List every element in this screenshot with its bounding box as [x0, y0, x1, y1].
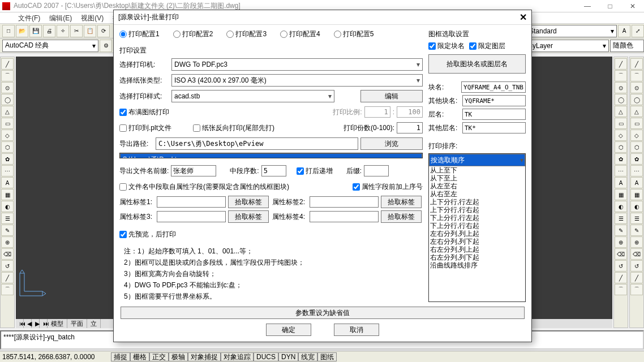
tool-icon[interactable]: ▦: [1, 189, 14, 200]
picktag-button[interactable]: 拾取标签: [381, 210, 422, 223]
tool-icon[interactable]: A: [618, 25, 630, 37]
status-toggle[interactable]: 线宽: [298, 352, 317, 361]
tool-icon[interactable]: ⬡: [1, 141, 14, 153]
tool-icon[interactable]: ⋯: [1, 165, 14, 176]
tool-icon[interactable]: ◇: [1, 130, 14, 141]
suffix-input[interactable]: [364, 165, 389, 176]
config-radio[interactable]: 打印配置2: [173, 29, 213, 39]
status-toggle[interactable]: 对象追踪: [221, 352, 254, 361]
tag-input-4[interactable]: [310, 211, 379, 222]
list-item[interactable]: 从上至下: [429, 166, 525, 174]
tool-icon[interactable]: ╱: [630, 272, 643, 283]
tool-icon[interactable]: ╱: [615, 272, 627, 283]
outpath-input[interactable]: C:\Users\勇\Desktop\ePview: [156, 137, 358, 150]
tool-icon[interactable]: ▭: [1, 118, 14, 129]
tool-icon[interactable]: ☰: [1, 213, 14, 224]
list-item[interactable]: 右左分列,列上起: [429, 245, 525, 253]
list-item[interactable]: 左右分列,列上起: [429, 230, 525, 238]
list-item[interactable]: 上下分行,行右起: [429, 206, 525, 214]
list-item[interactable]: 从下至上: [429, 174, 525, 182]
increment-checkbox[interactable]: 打后递增: [297, 166, 333, 176]
close-icon[interactable]: ✕: [520, 12, 527, 23]
tool-icon[interactable]: A: [615, 177, 627, 188]
config-radio[interactable]: 打印配置3: [226, 29, 267, 39]
status-toggle[interactable]: DYN: [278, 352, 298, 361]
paper-select[interactable]: ISO A3 (420.00 x 297.00 毫米): [171, 74, 423, 87]
tool-icon[interactable]: ✂: [70, 25, 83, 37]
browse-button[interactable]: 浏览: [360, 137, 423, 150]
tool-icon[interactable]: ↺: [615, 260, 627, 272]
picktag-button[interactable]: 拾取标签: [381, 196, 422, 208]
prefix-input[interactable]: 张老师: [171, 165, 216, 176]
tool-icon[interactable]: ╱: [1, 58, 14, 70]
tool-icon[interactable]: ⌒: [630, 284, 643, 295]
menu-item[interactable]: 编辑(E): [45, 12, 76, 23]
layer-combo[interactable]: — ByLayer▾: [518, 40, 609, 52]
fill-checkbox[interactable]: 布满图纸打印: [119, 107, 169, 117]
tool-icon[interactable]: ⊙: [630, 82, 643, 93]
menu-item[interactable]: 文件(F): [14, 12, 45, 23]
status-toggle[interactable]: DUCS: [254, 352, 278, 361]
list-item[interactable]: 沿曲线路线排序: [429, 261, 525, 269]
tool-icon[interactable]: ◇: [630, 130, 643, 141]
list-item[interactable]: 下上分行,行左起: [429, 214, 525, 222]
tool-icon[interactable]: ▭: [630, 118, 643, 129]
status-toggle[interactable]: 对象捕捉: [188, 352, 221, 361]
tool-icon[interactable]: ▦: [615, 189, 627, 200]
cancel-button[interactable]: 取消: [334, 324, 379, 336]
tool-icon[interactable]: ↺: [630, 260, 643, 272]
gear-icon[interactable]: ⚙: [100, 40, 112, 52]
tool-icon[interactable]: ✧: [57, 25, 69, 37]
list-item[interactable]: 上下分行,行左起: [429, 198, 525, 206]
status-toggle[interactable]: 极轴: [169, 352, 188, 361]
tab-next-icon[interactable]: ▶: [32, 319, 40, 328]
pick-button[interactable]: 拾取图块名或图层名: [428, 54, 526, 74]
tool-icon[interactable]: ⊕: [630, 236, 643, 248]
otherblock-input[interactable]: YQFRAME*: [462, 95, 526, 106]
block-input[interactable]: YQFRAME_A4_O_TNB: [461, 81, 526, 93]
tool-icon[interactable]: ⌒: [1, 70, 14, 81]
open-icon[interactable]: 📂: [16, 25, 28, 37]
tool-icon[interactable]: ⋯: [615, 165, 627, 176]
tool-icon[interactable]: ⌒: [615, 70, 627, 81]
max-button[interactable]: □: [599, 0, 621, 12]
list-item[interactable]: 下上分行,行右起: [429, 222, 525, 230]
list-item[interactable]: 按选取顺序: [429, 154, 525, 166]
reverse-checkbox[interactable]: 纸张反向打印(尾部先打): [193, 123, 274, 133]
status-toggle[interactable]: 捕捉: [111, 352, 130, 361]
tab-last-icon[interactable]: ⏭: [40, 319, 48, 328]
reset-button[interactable]: 参数重设为缺省值: [121, 307, 525, 319]
tool-icon[interactable]: ⌒: [615, 284, 627, 295]
tag-input-3[interactable]: [157, 211, 226, 222]
status-toggle[interactable]: 正交: [149, 352, 169, 361]
list-item[interactable]: 右左分列,列下起: [429, 253, 525, 261]
list-item[interactable]: C:\Users\勇\Desktop: [120, 153, 422, 158]
tool-icon[interactable]: ⊙: [615, 82, 627, 93]
tool-icon[interactable]: ◐: [630, 201, 643, 212]
attrseq-checkbox[interactable]: 属性字段前加上序号: [353, 182, 423, 192]
config-radio[interactable]: 打印配置5: [334, 29, 374, 39]
copies-input[interactable]: 1: [397, 122, 423, 133]
tool-icon[interactable]: ✿: [630, 153, 643, 165]
close-button[interactable]: ✕: [621, 0, 644, 12]
attr-checkbox[interactable]: 文件名中段取自属性字段(需要限定含属性的线框图块): [119, 182, 289, 192]
tool-icon[interactable]: ◐: [1, 201, 14, 212]
workspace-combo[interactable]: AutoCAD 经典▾: [2, 40, 98, 52]
tool-icon[interactable]: ✿: [1, 153, 14, 165]
tool-icon[interactable]: ◐: [615, 201, 627, 212]
tool-icon[interactable]: ▦: [630, 189, 643, 200]
tool-icon[interactable]: △: [615, 106, 627, 117]
tool-icon[interactable]: ☰: [630, 213, 643, 224]
tool-icon[interactable]: ⊕: [1, 236, 14, 248]
tool-icon[interactable]: ☰: [615, 213, 627, 224]
midseq-input[interactable]: 5: [261, 165, 286, 176]
tool-icon[interactable]: ⟳: [97, 25, 110, 37]
tool-icon[interactable]: ↺: [1, 260, 14, 272]
save-icon[interactable]: 💾: [29, 25, 42, 37]
layer-input[interactable]: TK: [462, 109, 526, 120]
list-item[interactable]: 左右分列,列下起: [429, 238, 525, 245]
plt-checkbox[interactable]: 打印到.plt文件: [119, 123, 171, 133]
edit-button[interactable]: 编辑: [360, 90, 423, 102]
color-combo[interactable]: 随颜色: [610, 40, 644, 52]
layername-checkbox[interactable]: 限定图层: [469, 41, 505, 51]
